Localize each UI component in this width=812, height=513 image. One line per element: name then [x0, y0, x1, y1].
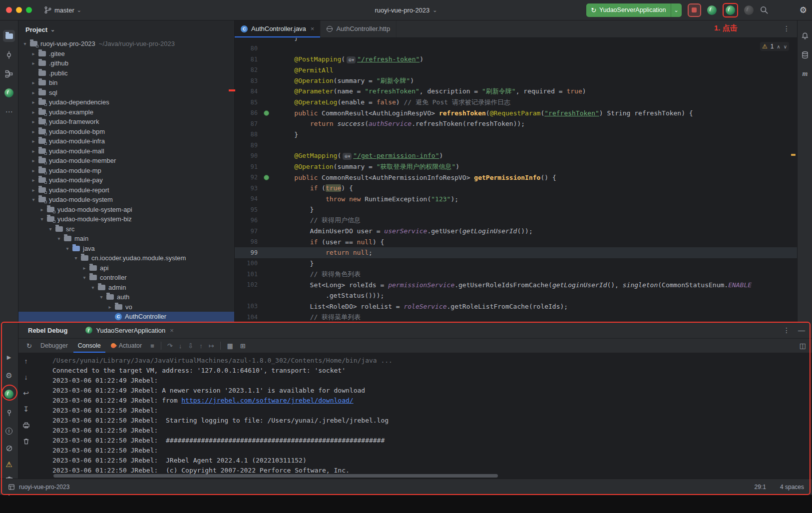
tree-item[interactable]: ▸yudao-framework [18, 117, 234, 127]
tree-item[interactable]: ▾yudao-module-system [18, 195, 234, 205]
tree-item[interactable]: ▸yudao-module-mp [18, 166, 234, 176]
chevron-expanded-icon[interactable]: ▾ [89, 285, 96, 290]
close-tab-icon[interactable]: × [311, 25, 315, 32]
tree-item[interactable]: ▾ruoyi-vue-pro-2023~/Java/ruoyi-vue-pro-… [18, 39, 234, 49]
chevron-expanded-icon[interactable]: ▾ [30, 197, 37, 202]
project-switcher[interactable]: ruoyi-vue-pro-2023 ⌄ [375, 6, 437, 14]
tab-console[interactable]: Console [73, 339, 105, 353]
tree-item[interactable]: ▾controller [18, 273, 234, 283]
force-step-into-icon[interactable]: ⇩ [185, 342, 196, 350]
step-out-icon[interactable]: ↑ [197, 342, 205, 350]
tree-item[interactable]: ▸yudao-dependencies [18, 97, 234, 107]
mute-breakpoints-button[interactable] [3, 442, 15, 454]
tree-item[interactable]: ▾java [18, 244, 234, 254]
tree-item[interactable]: ▸.github [18, 58, 234, 68]
plugin-disabled-icon[interactable] [744, 5, 754, 15]
chevron-expanded-icon[interactable]: ▾ [81, 275, 88, 280]
url-inlay-icon[interactable]: ⊕▾ [347, 56, 356, 63]
console-output[interactable]: /Users/yunai/Library/Java/JavaVirtualMac… [33, 353, 812, 477]
tree-item[interactable]: ▾admin [18, 283, 234, 293]
minimize-window-button[interactable] [16, 7, 22, 13]
down-stack-trace-icon[interactable]: ↓ [20, 372, 31, 383]
run-tool-button[interactable]: ▶ [3, 351, 15, 363]
jrebel-gutter-icon[interactable] [264, 175, 269, 180]
chevron-collapsed-icon[interactable]: ▸ [30, 99, 37, 105]
project-panel-header[interactable]: Project ⌄ [18, 20, 234, 39]
prev-issue-icon[interactable]: ∧ [777, 44, 780, 49]
chevron-collapsed-icon[interactable]: ▸ [30, 109, 37, 115]
chevron-collapsed-icon[interactable]: ▸ [30, 80, 37, 85]
view-breakpoints-icon[interactable]: ▦ [224, 342, 236, 350]
tree-item[interactable]: .public [18, 68, 234, 78]
chevron-expanded-icon[interactable]: ▾ [47, 226, 54, 232]
chevron-collapsed-icon[interactable]: ▸ [30, 158, 37, 163]
chevron-collapsed-icon[interactable]: ▸ [30, 187, 37, 193]
chevron-collapsed-icon[interactable]: ▸ [30, 148, 37, 154]
search-icon[interactable] [760, 5, 769, 14]
tree-item[interactable]: ▸yudao-module-bpm [18, 127, 234, 137]
tree-item[interactable]: ▸.gitee [18, 49, 234, 59]
services-tool-button[interactable]: ⚙ [3, 370, 15, 382]
branch-widget[interactable]: master ⌄ [44, 6, 81, 14]
indent-widget[interactable]: 4 spaces [780, 484, 804, 491]
chevron-collapsed-icon[interactable]: ▸ [30, 168, 37, 173]
up-stack-trace-icon[interactable]: ↑ [20, 356, 31, 367]
run-configuration-button[interactable]: ↻ YudaoServerApplication ⌄ [586, 3, 682, 17]
structure-tool-button[interactable] [3, 68, 15, 80]
tree-item[interactable]: CAuthController [18, 312, 234, 322]
chevron-collapsed-icon[interactable]: ▸ [30, 119, 37, 124]
tab-options-icon[interactable]: ⋮ [783, 24, 790, 32]
problems-tool-button[interactable]: ! [3, 425, 15, 437]
tree-item[interactable]: ▾src [18, 224, 234, 234]
bookmarks-tool-button[interactable] [3, 407, 15, 419]
chevron-collapsed-icon[interactable]: ▸ [30, 177, 37, 183]
tree-item[interactable]: ▸yudao-module-system-api [18, 205, 234, 215]
chevron-collapsed-icon[interactable]: ▸ [30, 90, 37, 95]
tab-authcontroller-http[interactable]: AuthController.http [321, 20, 397, 37]
warnings-tool-button[interactable]: ⚠ [3, 459, 15, 471]
code-area[interactable]: }8081 @PostMapping(⊕▾"/refresh-token")82… [235, 38, 797, 322]
project-tool-button[interactable] [3, 30, 15, 42]
tree-item[interactable]: ▸vo [18, 302, 234, 312]
tree-item[interactable]: ▾yudao-module-system-biz [18, 214, 234, 224]
tab-debugger[interactable]: Debugger [36, 339, 72, 353]
url-inlay-icon[interactable]: ⊕▾ [343, 153, 352, 160]
more-options-icon[interactable]: ⋮ [783, 326, 790, 334]
status-project-widget[interactable]: ruoyi-vue-pro-2023 [8, 484, 69, 491]
tree-item[interactable]: ▸yudao-module-report [18, 185, 234, 195]
tree-item[interactable]: ▸yudao-module-mall [18, 146, 234, 156]
tree-item[interactable]: ▸api [18, 263, 234, 273]
chevron-collapsed-icon[interactable]: ▸ [38, 207, 45, 212]
inspections-widget[interactable]: ⚠ 1 ∧ ∨ [760, 42, 789, 51]
chevron-collapsed-icon[interactable]: ▸ [30, 129, 37, 134]
next-issue-icon[interactable]: ∨ [784, 44, 787, 49]
tree-item[interactable]: ▾auth [18, 292, 234, 302]
tree-item[interactable]: ▸yudao-module-pay [18, 175, 234, 185]
run-to-cursor-icon[interactable]: ↦ [206, 342, 217, 350]
jrebel-debug-icon[interactable] [726, 5, 735, 15]
chevron-expanded-icon[interactable]: ▾ [55, 236, 62, 241]
step-over-icon[interactable]: ↷ [165, 342, 175, 350]
evaluate-expression-icon[interactable]: ⊞ [237, 342, 249, 350]
jrebel-icon[interactable] [707, 5, 717, 15]
close-window-button[interactable] [6, 7, 12, 13]
tree-item[interactable]: ▸yudao-example [18, 107, 234, 117]
chevron-expanded-icon[interactable]: ▾ [72, 255, 79, 261]
debug-session-tab[interactable]: YudaoServerApplication × [80, 322, 178, 338]
chevron-collapsed-icon[interactable]: ▸ [106, 304, 113, 310]
tree-item[interactable]: ▾cn.iocoder.yudao.module.system [18, 253, 234, 263]
rerun-debug-icon[interactable]: ↻ [23, 342, 35, 350]
console-link[interactable]: https://jrebel.com/software/jrebel/downl… [181, 397, 353, 404]
chevron-expanded-icon[interactable]: ▾ [21, 41, 28, 46]
jrebel-gutter-icon[interactable] [264, 110, 269, 116]
chevron-expanded-icon[interactable]: ▾ [38, 216, 45, 222]
more-tool-windows-button[interactable]: ⋯ [3, 106, 15, 118]
scroll-to-end-icon[interactable]: ↧ [20, 404, 31, 415]
commit-tool-button[interactable] [3, 49, 15, 61]
chevron-collapsed-icon[interactable]: ▸ [30, 51, 37, 56]
tree-item[interactable]: ▸sql [18, 88, 234, 98]
jrebel-tool-button[interactable] [3, 87, 15, 99]
chevron-expanded-icon[interactable]: ▾ [64, 246, 71, 251]
tab-actuator[interactable]: Actuator [106, 339, 147, 353]
layout-settings-icon[interactable]: ◫ [800, 342, 806, 350]
